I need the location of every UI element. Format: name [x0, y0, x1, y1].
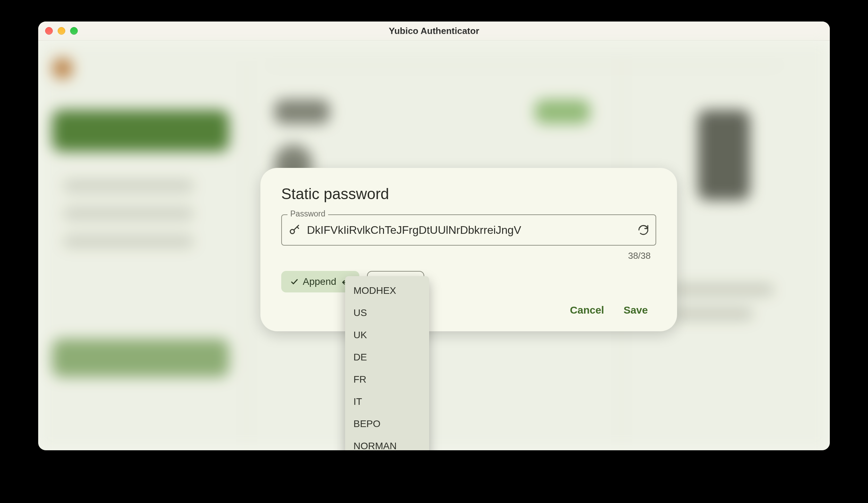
titlebar: Yubico Authenticator	[38, 22, 830, 41]
key-icon	[288, 224, 301, 236]
save-button[interactable]: Save	[624, 304, 648, 316]
keyboard-layout-dropdown[interactable]: MODHEX US UK DE FR IT BEPO NORMAN	[345, 276, 429, 450]
password-field[interactable]	[281, 214, 656, 246]
minimize-window-button[interactable]	[58, 27, 65, 35]
password-field-label: Password	[287, 209, 328, 219]
dropdown-option-modhex[interactable]: MODHEX	[345, 280, 429, 302]
window-title: Yubico Authenticator	[38, 26, 830, 36]
dialog-title: Static password	[281, 185, 656, 203]
cancel-button[interactable]: Cancel	[570, 304, 604, 316]
dropdown-option-it[interactable]: IT	[345, 391, 429, 413]
regenerate-button[interactable]	[637, 224, 649, 236]
dropdown-option-bepo[interactable]: BEPO	[345, 413, 429, 435]
traffic-lights	[45, 27, 78, 35]
static-password-dialog: Static password Password	[260, 168, 677, 331]
dropdown-option-uk[interactable]: UK	[345, 324, 429, 346]
chips-row: Append HEX	[281, 271, 656, 292]
dropdown-option-us[interactable]: US	[345, 302, 429, 324]
check-icon	[290, 278, 299, 286]
dropdown-option-norman[interactable]: NORMAN	[345, 435, 429, 450]
fullscreen-window-button[interactable]	[70, 27, 78, 35]
password-field-wrap: Password	[281, 214, 656, 246]
app-window: Yubico Authenticator Static password Pas	[38, 22, 830, 450]
dialog-actions: Cancel Save	[281, 304, 656, 316]
char-counter: 38/38	[281, 250, 656, 261]
dropdown-option-de[interactable]: DE	[345, 346, 429, 368]
dropdown-option-fr[interactable]: FR	[345, 368, 429, 391]
close-window-button[interactable]	[45, 27, 53, 35]
password-input[interactable]	[307, 224, 631, 237]
screen: Yubico Authenticator Static password Pas	[0, 0, 868, 503]
append-chip-label: Append	[303, 276, 336, 287]
